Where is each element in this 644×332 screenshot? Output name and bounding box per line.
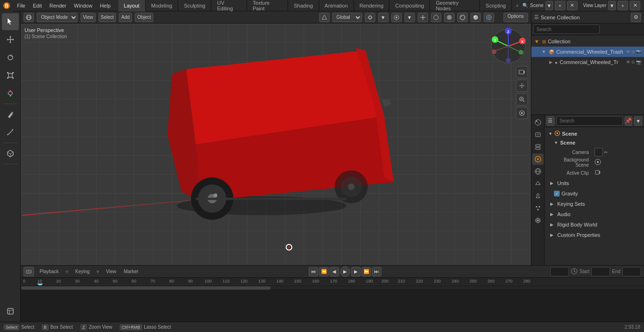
outliner-render-btn[interactable]: 📷	[636, 49, 641, 54]
timeline-view-btn[interactable]: View	[104, 268, 118, 275]
outliner-item[interactable]: ▼ ⊞ Collection	[531, 36, 644, 47]
viewport-container[interactable]: Object Mode Edit Mode Sculpt Mode View S…	[21, 11, 531, 265]
keying-sets-section[interactable]: ▶ Keying Sets	[546, 199, 642, 209]
props-pin-btn[interactable]: 📌	[625, 116, 633, 126]
proportional-options[interactable]: ▼	[405, 13, 415, 22]
timeline-scrub[interactable]: 0 10 20 30 40 50 60 70 80 90 100 110 120…	[21, 278, 644, 322]
tab-add-button[interactable]: +	[512, 3, 522, 8]
tab-uv-editing[interactable]: UV Editing	[211, 0, 247, 12]
props-menu-btn[interactable]: ☰	[546, 116, 554, 126]
props-scene-icon[interactable]	[532, 154, 544, 165]
annotate-tool[interactable]	[2, 106, 19, 123]
move-tool[interactable]	[2, 31, 19, 48]
add-cube-tool[interactable]	[2, 145, 19, 162]
scene-remove-btn[interactable]: ✕	[567, 1, 578, 10]
outliner-item[interactable]: ▼ 📦 Commercial_Wheeled_Trash 👁 ⊙ 📷	[531, 47, 644, 57]
playback-btn[interactable]: Playback	[38, 268, 61, 275]
tab-texture-paint[interactable]: Texture Paint	[247, 0, 288, 12]
tab-animation[interactable]: Animation	[319, 0, 354, 12]
outliner-filter-btn[interactable]: ⚙	[631, 13, 641, 22]
props-modifier-icon[interactable]	[532, 190, 544, 202]
cursor-tool[interactable]	[2, 13, 19, 30]
snap-options[interactable]: ▼	[378, 13, 388, 22]
tab-rendering[interactable]: Rendering	[354, 0, 390, 12]
current-frame-input[interactable]: 1	[550, 267, 569, 276]
scale-tool[interactable]	[2, 67, 19, 84]
shading-modes[interactable]	[457, 13, 468, 22]
next-keyframe-btn[interactable]: ⏩	[362, 267, 371, 276]
scene-inner-header[interactable]: ▼ Scene	[552, 138, 640, 147]
add-menu-btn[interactable]: Add	[119, 13, 132, 22]
viewport-3d[interactable]: User Perspective (1) Scene Collection	[21, 24, 531, 265]
shading-material[interactable]	[484, 13, 494, 22]
jump-to-end-btn[interactable]: ⏭	[372, 267, 381, 276]
measure-tool[interactable]	[2, 124, 19, 141]
select-menu-btn[interactable]: Select	[99, 13, 116, 22]
transform-tool[interactable]	[2, 85, 19, 102]
rotate-tool[interactable]	[2, 49, 19, 66]
audio-section[interactable]: ▶ Audio	[546, 209, 642, 219]
props-output-icon[interactable]	[532, 129, 544, 140]
custom-props-section[interactable]: ▶ Custom Properties	[546, 230, 642, 240]
snap-toggle[interactable]	[365, 13, 375, 22]
object-menu-btn[interactable]: Object	[135, 13, 153, 22]
outliner-sub-render-btn[interactable]: 📷	[636, 60, 641, 65]
marker-btn[interactable]: Marker	[122, 268, 140, 275]
prev-keyframe-btn[interactable]: ⏪	[319, 267, 329, 276]
outliner-viewport-btn[interactable]: ⊙	[631, 49, 635, 54]
menu-render[interactable]: Render	[46, 0, 70, 11]
menu-file[interactable]: File	[13, 0, 29, 11]
props-search[interactable]	[556, 116, 623, 126]
view-menu-btn[interactable]: View	[81, 13, 96, 22]
tab-shading[interactable]: Shading	[288, 0, 319, 12]
props-view-layer-icon[interactable]	[532, 141, 544, 153]
options-button[interactable]: Options	[504, 13, 528, 22]
shading-mode-solid[interactable]	[444, 13, 454, 22]
tab-scripting[interactable]: Scripting	[480, 0, 512, 12]
end-frame-input[interactable]: 250	[622, 267, 641, 276]
zoom-view-btn[interactable]	[516, 93, 528, 105]
object-mode-dropdown[interactable]: Object Mode Edit Mode Sculpt Mode	[37, 13, 78, 22]
outliner-sub-viewport-btn[interactable]: ⊙	[631, 60, 635, 65]
play-pause-btn[interactable]: ▶	[340, 267, 350, 277]
timeline-scrollbar-thumb[interactable]	[21, 286, 271, 290]
menu-help[interactable]: Help	[96, 0, 115, 11]
units-section[interactable]: ▶ Units	[546, 178, 642, 188]
scene-new-btn[interactable]: +	[555, 1, 565, 10]
viewport-gizmo[interactable]: X Y Z	[489, 27, 527, 65]
start-frame-input[interactable]: 1	[591, 267, 610, 276]
tab-sculpting[interactable]: Sculpting	[178, 0, 211, 12]
step-forward-btn[interactable]: ▶	[351, 267, 361, 276]
proportional-edit[interactable]	[391, 13, 402, 22]
props-render-icon[interactable]	[532, 117, 544, 128]
rigid-body-section[interactable]: ▶ Rigid Body World	[546, 219, 642, 230]
props-world-icon[interactable]	[532, 166, 544, 177]
timeline-view-type-btn[interactable]	[24, 267, 34, 276]
props-physics-icon[interactable]	[532, 215, 544, 226]
scene-dropdown[interactable]: ▼	[545, 1, 553, 10]
tab-compositing[interactable]: Compositing	[389, 0, 430, 12]
timeline-scrollbar[interactable]	[21, 285, 644, 289]
outliner-sub-visibility-btn[interactable]: 👁	[626, 60, 630, 65]
props-object-icon[interactable]	[532, 178, 544, 189]
view-type-icon[interactable]	[24, 13, 34, 22]
gravity-checkbox[interactable]	[554, 191, 560, 196]
jump-to-start-btn[interactable]: ⏮	[309, 267, 318, 276]
shading-rendered[interactable]	[471, 13, 481, 22]
tab-geometry-nodes[interactable]: Geometry Nodes	[430, 0, 480, 12]
keying-btn[interactable]: Keying	[73, 268, 91, 275]
scene-section-header[interactable]: ▼ Scene	[546, 129, 642, 138]
step-back-btn[interactable]: ◀	[330, 267, 339, 276]
props-particles-icon[interactable]	[532, 202, 544, 214]
outliner-item[interactable]: ▶ ▸ Commercial_Wheeled_Tr 👁 ⊙ 📷	[531, 57, 644, 67]
view-layer-new-btn[interactable]: +	[618, 1, 628, 10]
view-layer-dropdown[interactable]: ▼	[608, 1, 616, 10]
pan-view-btn[interactable]	[516, 80, 528, 92]
overlay-options[interactable]	[431, 13, 441, 22]
camera-eyedropper-icon[interactable]: ✏	[604, 150, 608, 155]
transform-dropdown[interactable]: Global Local Normal	[332, 13, 362, 22]
outliner-search[interactable]	[533, 24, 600, 34]
camera-view-btn[interactable]	[516, 66, 528, 78]
outliner-visibility-btn[interactable]: 👁	[626, 49, 630, 54]
show-gizmos[interactable]	[418, 13, 428, 22]
